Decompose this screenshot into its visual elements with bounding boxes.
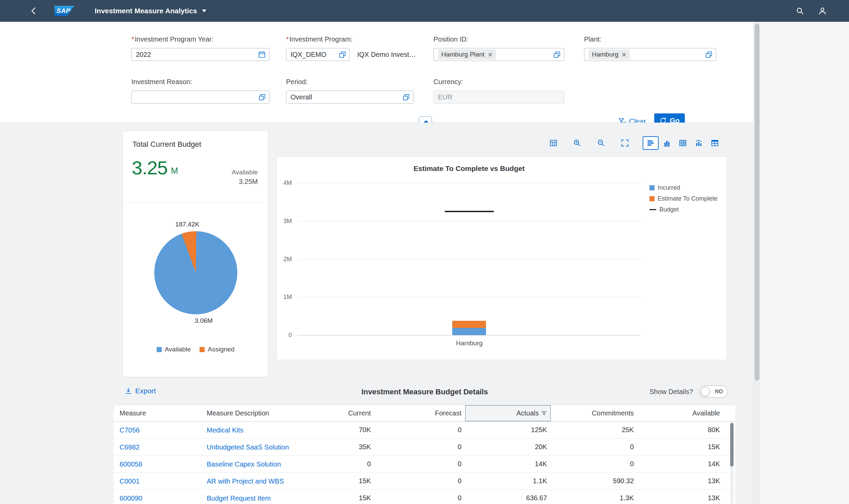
pie-legend-item-available: Available — [157, 346, 191, 353]
legend-item-incurred: Incurred — [649, 184, 718, 191]
column-header-forecast[interactable]: Forecast — [375, 405, 465, 421]
measure-description-link[interactable]: Unbudgeted SaaS Solution — [201, 443, 300, 451]
measure-description-link[interactable]: Budget Request Item — [201, 494, 300, 502]
calendar-picker-button[interactable] — [258, 50, 266, 59]
investment-reason-value-help-button[interactable] — [258, 93, 266, 101]
page-content: Total Current Budget 3.25 M Available 3.… — [0, 123, 753, 504]
actuals-cell: 20K — [465, 443, 551, 451]
toggle-knob — [701, 387, 710, 396]
current-cell: 0 — [300, 460, 375, 468]
app-title-menu[interactable]: Investment Measure Analytics — [95, 7, 206, 15]
table-scrollbar-thumb[interactable] — [730, 423, 734, 467]
plant-input[interactable]: Hamburg — [584, 48, 716, 61]
assigned-slice-label: 187.42K — [165, 221, 209, 228]
investment-reason-value[interactable] — [136, 93, 255, 101]
remove-token-button[interactable] — [488, 52, 493, 57]
bar-segment-estimate — [452, 321, 486, 328]
zoom-out-button[interactable] — [595, 137, 607, 149]
measure-link[interactable]: C0001 — [114, 477, 201, 485]
position-id-value-help-button[interactable] — [553, 51, 561, 59]
y-tick-label: 1M — [273, 294, 292, 301]
chart-legend: Incurred Estimate To Complete Budget — [649, 184, 718, 213]
pie-legend-item-assigned: Assigned — [200, 346, 234, 353]
grid-table-icon — [710, 139, 719, 147]
export-button[interactable]: Export — [125, 387, 156, 395]
user-profile-button[interactable] — [818, 6, 827, 16]
period-input[interactable] — [286, 91, 413, 104]
table-row[interactable]: C0001 AR with Project and WBS 15K 0 1.1K… — [114, 473, 735, 490]
table-row[interactable]: 600090 Budget Request Item 15K 0 636.67 … — [114, 490, 735, 504]
position-id-input[interactable]: Hamburg Plant — [434, 48, 564, 61]
chart-type-horizontal-bar[interactable] — [643, 136, 659, 150]
full-screen-button[interactable] — [619, 137, 631, 149]
available-label: Available — [232, 169, 258, 176]
kpi-value: 3.25 — [132, 158, 168, 178]
pie-legend-swatch-assigned — [200, 347, 205, 352]
measure-link[interactable]: 600058 — [114, 460, 201, 468]
export-icon — [125, 387, 132, 395]
column-header-available[interactable]: Available — [638, 405, 724, 421]
available-cell: 13K — [638, 477, 724, 485]
measure-link[interactable]: 600090 — [114, 494, 201, 502]
program-input[interactable] — [286, 48, 350, 61]
show-details-control: Show Details? NO — [649, 385, 728, 398]
measure-link[interactable]: C7056 — [114, 426, 201, 434]
table-icon — [678, 139, 687, 147]
table-row[interactable]: C7056 Medical Kits 70K 0 125K 25K 80K — [114, 422, 735, 439]
investment-reason-label: Investment Reason: — [131, 78, 269, 86]
chart-type-combo[interactable] — [691, 136, 707, 150]
zoom-in-button[interactable] — [571, 137, 583, 149]
program-description: IQX Demo Invest… — [357, 51, 416, 59]
column-filter-icon — [541, 410, 547, 416]
y-tick-label: 0 — [273, 332, 292, 339]
chart-toolbar — [547, 136, 723, 150]
kpi-unit: M — [171, 166, 178, 176]
program-value-help-button[interactable] — [339, 51, 346, 59]
sap-logo: SAP — [54, 6, 74, 16]
table-row[interactable]: C6982 Unbudgeted SaaS Solution 35K 0 20K… — [114, 439, 735, 456]
chart-type-table[interactable] — [675, 136, 691, 150]
card-title: Total Current Budget — [132, 140, 201, 149]
forecast-cell: 0 — [375, 460, 465, 468]
investment-reason-input[interactable] — [131, 91, 269, 104]
column-header-commitments[interactable]: Commitments — [551, 405, 638, 421]
card-divider — [123, 202, 268, 202]
total-current-budget-card: Total Current Budget 3.25 M Available 3.… — [123, 131, 268, 377]
currency-input — [434, 91, 564, 104]
pie-legend-swatch-available — [157, 347, 162, 352]
measure-description-link[interactable]: AR with Project and WBS — [201, 477, 300, 485]
actuals-cell: 14K — [465, 460, 551, 468]
page-scrollbar-thumb[interactable] — [755, 24, 759, 381]
required-marker: * — [286, 35, 289, 43]
chart-type-column[interactable] — [659, 136, 675, 150]
measure-description-link[interactable]: Baseline Capex Solution — [201, 460, 300, 468]
search-button[interactable] — [795, 6, 805, 16]
measure-description-link[interactable]: Medical Kits — [201, 426, 300, 434]
program-year-value[interactable] — [136, 51, 255, 59]
chart-type-grid-table[interactable] — [707, 136, 723, 150]
search-icon — [796, 6, 804, 15]
plant-token[interactable]: Hamburg — [588, 49, 630, 60]
program-year-input[interactable] — [131, 48, 269, 61]
column-header-measure-description[interactable]: Measure Description — [201, 405, 300, 421]
column-header-measure[interactable]: Measure — [114, 405, 201, 421]
show-details-label: Show Details? — [649, 388, 693, 396]
column-header-actuals[interactable]: Actuals — [465, 405, 551, 421]
period-value-help-button[interactable] — [402, 93, 410, 101]
plant-label: Plant: — [584, 35, 716, 43]
remove-token-button[interactable] — [622, 52, 627, 57]
back-icon — [29, 6, 38, 15]
period-value[interactable] — [290, 93, 399, 101]
table-view-button[interactable] — [547, 137, 560, 149]
back-button[interactable] — [29, 6, 38, 15]
remove-token-icon — [622, 52, 627, 57]
measure-link[interactable]: C6982 — [114, 443, 201, 451]
show-details-toggle[interactable]: NO — [699, 385, 728, 398]
table-row[interactable]: 600058 Baseline Capex Solution 0 0 14K 0… — [114, 456, 735, 473]
program-value[interactable] — [290, 51, 336, 59]
details-table-title: Investment Measure Budget Details — [361, 388, 488, 396]
plant-value-help-button[interactable] — [705, 51, 713, 59]
calendar-icon — [258, 50, 266, 59]
column-header-current[interactable]: Current — [300, 405, 375, 421]
position-id-token[interactable]: Hamburg Plant — [438, 49, 496, 60]
